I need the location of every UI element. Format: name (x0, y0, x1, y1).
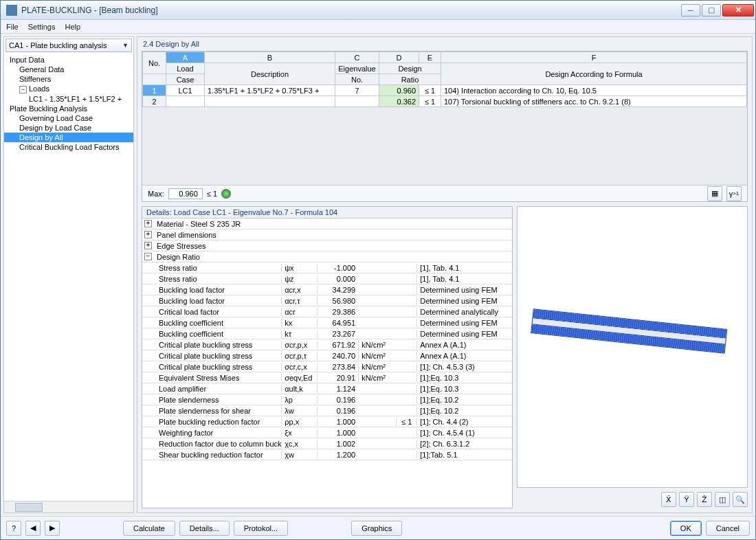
minimize-button[interactable]: ─ (681, 4, 700, 16)
expand-icon[interactable]: + (144, 231, 152, 238)
group-design-ratio[interactable]: −Design Ratio (142, 251, 512, 262)
cancel-button[interactable]: Cancel (706, 521, 750, 536)
detail-row[interactable]: Buckling coefficientkx64.951Determined u… (142, 317, 512, 328)
tree-design-by-all[interactable]: Design by All (4, 133, 133, 142)
view-iso-button[interactable]: ◫ (715, 492, 730, 507)
table-row[interactable]: 2 0.362 ≤ 1 107) Torsional buckling of s… (143, 96, 747, 107)
detail-row[interactable]: Load amplifierαult,k1.124[1];Eq. 10.3 (142, 383, 512, 394)
detail-row[interactable]: Critical plate buckling stressσcr,p,x671… (142, 339, 512, 350)
analysis-case-combo[interactable]: CA1 - Plate buckling analysis ▼ (5, 38, 132, 52)
detail-row[interactable]: Reduction factor due to column bucklingχ… (142, 438, 512, 449)
filter-gt1-button[interactable]: γ>1 (726, 186, 742, 201)
graphics-button[interactable]: Graphics (351, 521, 402, 536)
col-c[interactable]: C (335, 52, 379, 63)
help-button[interactable]: ? (6, 521, 21, 536)
view-x-button[interactable]: X̂ (661, 492, 676, 507)
detail-row[interactable]: Buckling load factorαcr,x34.299Determine… (142, 284, 512, 295)
col-f[interactable]: F (441, 52, 747, 63)
panel-title: 2.4 Design by All (137, 37, 752, 51)
calculate-button[interactable]: Calculate (123, 521, 175, 536)
group-edge-stress[interactable]: +Edge Stresses (142, 240, 512, 251)
details-title: Details: Load Case LC1 - Eigenvalue No.7… (142, 207, 512, 218)
app-window: PLATE-BUCKLING - [Beam buckling] ─ ▢ ✕ F… (0, 0, 756, 540)
menu-help[interactable]: Help (65, 23, 80, 31)
app-icon (6, 5, 17, 16)
expand-icon[interactable]: + (144, 242, 152, 249)
main-panel: 2.4 Design by All No. A B C D E F Load D… (137, 36, 753, 513)
results-grid: No. A B C D E F Load Description Eigenva… (142, 51, 748, 202)
tree-loads[interactable]: −Loads (4, 84, 133, 94)
tree-design-by-lc[interactable]: Design by Load Case (4, 123, 133, 133)
detail-row[interactable]: Plate slendernessλp0.196[1];Eq. 10.2 (142, 394, 512, 405)
detail-row[interactable]: Critical plate buckling stressσcr,p,τ240… (142, 350, 512, 361)
prev-button[interactable]: ◀ (25, 521, 41, 536)
details-button[interactable]: Details... (179, 521, 230, 536)
col-a[interactable]: A (166, 52, 205, 63)
view-y-button[interactable]: Ŷ (679, 492, 694, 507)
expand-icon[interactable]: + (144, 220, 152, 227)
view-zoom-button[interactable]: 🔍 (733, 492, 748, 507)
tree-critical-factors[interactable]: Critical Buckling Load Factors (4, 142, 133, 152)
max-cond: ≤ 1 (207, 190, 217, 198)
max-row: Max: 0.960 ≤ 1 ▦ γ>1 (142, 185, 747, 201)
detail-row[interactable]: Stress ratioψz0.000[1], Tab. 4.1 (142, 273, 512, 284)
collapse-icon[interactable]: − (19, 86, 27, 93)
nav-tree: Input Data General Data Stiffeners −Load… (4, 54, 133, 501)
col-no: No. (143, 52, 166, 74)
detail-row[interactable]: Stress ratioψx-1.000[1], Tab. 4.1 (142, 262, 512, 273)
preview-3d[interactable] (517, 206, 748, 488)
preview-panel: X̂ Ŷ Ẑ ◫ 🔍 (517, 206, 748, 508)
max-label: Max: (148, 190, 164, 198)
max-value: 0.960 (168, 188, 203, 199)
detail-row[interactable]: Buckling load factorαcr,τ56.980Determine… (142, 295, 512, 306)
status-ok-icon (221, 189, 231, 199)
details-panel: Details: Load Case LC1 - Eigenvalue No.7… (142, 206, 513, 508)
col-d[interactable]: D (379, 52, 419, 63)
sidebar-hscroll[interactable] (4, 501, 133, 513)
tree-stiffeners[interactable]: Stiffeners (4, 74, 133, 84)
titlebar: PLATE-BUCKLING - [Beam buckling] ─ ▢ ✕ (1, 1, 755, 20)
chevron-down-icon: ▼ (122, 42, 129, 49)
group-material[interactable]: +Material - Steel S 235 JR (142, 218, 512, 229)
tree-pba[interactable]: Plate Buckling Analysis (4, 104, 133, 113)
group-panel-dim[interactable]: +Panel dimensions (142, 229, 512, 240)
collapse-icon[interactable]: − (144, 253, 152, 260)
footer: ? ◀ ▶ Calculate Details... Protokol... G… (1, 516, 755, 539)
detail-row[interactable]: Shear buckling reduction factorχw1.200[1… (142, 449, 512, 460)
filter-button[interactable]: ▦ (707, 186, 722, 201)
sidebar: CA1 - Plate buckling analysis ▼ Input Da… (3, 36, 134, 513)
detail-row[interactable]: Plate buckling reduction factorρp,x1.000… (142, 416, 512, 427)
detail-row[interactable]: Weighting factorξx1.000[1]; Ch. 4.5.4 (1… (142, 427, 512, 438)
maximize-button[interactable]: ▢ (702, 4, 721, 16)
tree-general-data[interactable]: General Data (4, 65, 133, 74)
close-button[interactable]: ✕ (722, 4, 754, 16)
tree-lc1[interactable]: LC1 - 1.35*LF1 + 1.5*LF2 + (4, 94, 133, 104)
combo-value: CA1 - Plate buckling analysis (9, 41, 107, 49)
col-e[interactable]: E (419, 52, 441, 63)
view-z-button[interactable]: Ẑ (697, 492, 712, 507)
ok-button[interactable]: OK (670, 521, 702, 536)
tree-governing[interactable]: Governing Load Case (4, 113, 133, 123)
col-b[interactable]: B (205, 52, 335, 63)
results-table[interactable]: No. A B C D E F Load Description Eigenva… (142, 52, 747, 107)
next-button[interactable]: ▶ (45, 521, 60, 536)
detail-row[interactable]: Equivalent Stress Misesσeqv,Ed20.91kN/cm… (142, 372, 512, 383)
menubar: File Settings Help (1, 20, 755, 34)
tree-input-data[interactable]: Input Data (4, 55, 133, 65)
window-title: PLATE-BUCKLING - [Beam buckling] (21, 5, 680, 15)
table-row[interactable]: 1 LC1 1.35*LF1 + 1.5*LF2 + 0.75*LF3 + 7 … (143, 85, 747, 96)
protokol-button[interactable]: Protokol... (234, 521, 289, 536)
beam-model (531, 308, 728, 356)
menu-settings[interactable]: Settings (28, 23, 56, 31)
detail-row[interactable]: Critical load factorαcr29.386Determined … (142, 306, 512, 317)
detail-row[interactable]: Buckling coefficientkτ23.267Determined u… (142, 328, 512, 339)
detail-row[interactable]: Critical plate buckling stressσcr,c,x273… (142, 361, 512, 372)
menu-file[interactable]: File (6, 23, 19, 31)
detail-row[interactable]: Plate slenderness for shearλw0.196[1];Eq… (142, 405, 512, 416)
